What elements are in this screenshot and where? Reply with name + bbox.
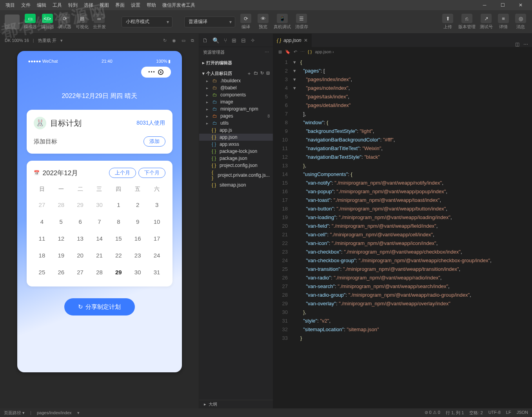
window-minimize[interactable]: ─ <box>476 0 494 10</box>
crumb-back-icon[interactable]: ⊞ <box>278 49 282 54</box>
new-file-icon[interactable]: ＋ <box>247 71 251 76</box>
window-maximize[interactable]: ☐ <box>494 0 512 10</box>
calendar-day[interactable]: 18 <box>34 248 51 263</box>
page-route-label[interactable]: 页面路径 ▾ <box>4 410 25 416</box>
debugger-toggle[interactable]: ⟳调试器 <box>58 14 71 30</box>
editor-body[interactable]: 1234567891011121314151617181920212223242… <box>273 56 532 408</box>
explorer-more-icon[interactable]: ⋯ <box>265 50 269 55</box>
version-button[interactable]: ⎌版本管理 <box>458 14 476 30</box>
record-icon[interactable]: ◉ <box>172 38 176 43</box>
phone-preview[interactable]: ●●●●● WeChat 21:40 100% ▮ ••• 2022年12月29… <box>17 51 182 372</box>
simulator-toggle[interactable]: ▭模拟器 <box>24 14 37 30</box>
upload-button[interactable]: ⬆上传 <box>441 14 454 30</box>
search-icon[interactable]: 🔍 <box>212 37 219 44</box>
window-close[interactable]: ✕ <box>512 0 530 10</box>
calendar-day[interactable]: 16 <box>129 231 146 246</box>
calendar-day[interactable]: 11 <box>34 231 51 246</box>
calendar-day[interactable]: 8 <box>110 214 127 229</box>
calendar-day[interactable]: 3 <box>149 198 165 212</box>
crumb-bookmark-icon[interactable]: 🔖 <box>285 49 291 54</box>
tree-miniprogram_npm[interactable]: ▸🗀miniprogram_npm <box>199 105 273 112</box>
calendar-day[interactable]: 13 <box>72 231 89 246</box>
tree-.hbuilderx[interactable]: ▸🗀.hbuilderx <box>199 77 273 84</box>
remote-debug-button[interactable]: 📱真机调试 <box>274 14 291 30</box>
detail-button[interactable]: ≡详情 <box>497 14 510 30</box>
refresh-icon[interactable]: ↻ <box>163 38 167 43</box>
calendar-day[interactable]: 30 <box>129 265 146 279</box>
calendar-day[interactable]: 29 <box>110 265 127 279</box>
calendar-day[interactable]: 1 <box>110 198 127 212</box>
tree-app.json[interactable]: { }app.json <box>199 134 273 141</box>
calendar-day[interactable]: 21 <box>91 248 108 263</box>
calendar-day[interactable]: 17 <box>149 231 165 246</box>
db-icon[interactable]: ⊟ <box>241 37 246 44</box>
ext-icon[interactable]: ⊞ <box>232 37 236 44</box>
menu-微信开发者工具[interactable]: 微信开发者工具 <box>159 2 198 9</box>
cursor-pos[interactable]: 行 1, 列 1 <box>446 410 464 416</box>
calendar-day[interactable]: 22 <box>110 248 127 263</box>
compile-mode-select[interactable]: 普通编译 <box>184 16 235 27</box>
menu-帮助[interactable]: 帮助 <box>143 2 159 9</box>
editor-toggle[interactable]: </>编辑器 <box>41 14 54 30</box>
calendar-day[interactable]: 27 <box>34 198 51 212</box>
indent[interactable]: 空格: 2 <box>469 410 483 416</box>
calendar-day[interactable]: 19 <box>53 248 69 263</box>
tree-package.json[interactable]: { }package.json <box>199 155 273 162</box>
tree-sitemap.json[interactable]: { }sitemap.json <box>199 181 273 189</box>
preview-button[interactable]: 👁预览 <box>256 14 270 30</box>
problems[interactable]: ⊘ 0 ⚠ 0 <box>425 410 440 416</box>
language[interactable]: JSON <box>517 410 528 416</box>
tab-app-json[interactable]: { } app.json ✕ <box>273 34 312 47</box>
files-icon[interactable]: 🗋 <box>202 37 208 44</box>
share-button[interactable]: ↻分享制定计划 <box>64 298 135 315</box>
tree-package-lock.json[interactable]: { }package-lock.json <box>199 148 273 155</box>
menu-视图[interactable]: 视图 <box>96 2 112 9</box>
hot-reload-toggle[interactable]: 热重载 开 <box>38 38 56 44</box>
calendar-day[interactable]: 2 <box>129 198 146 212</box>
calendar-day[interactable]: 14 <box>91 231 108 246</box>
eol[interactable]: LF <box>506 410 511 416</box>
outline-section[interactable]: ▸ 大纲 <box>199 400 273 408</box>
capsule-button[interactable]: ••• <box>141 67 171 78</box>
tree-pages[interactable]: ▸🗀pages8 <box>199 112 273 120</box>
add-button[interactable]: 添加 <box>143 136 165 147</box>
compile-button[interactable]: ⟳编译 <box>239 14 252 30</box>
menu-选择[interactable]: 选择 <box>81 2 96 9</box>
calendar-day[interactable]: 15 <box>110 231 127 246</box>
tree-project.config.json[interactable]: { }project.config.json <box>199 162 273 169</box>
crumb-undo-icon[interactable]: ↶ <box>294 49 297 54</box>
calendar-day[interactable]: 6 <box>72 214 89 229</box>
calendar-day[interactable]: 7 <box>91 214 108 229</box>
calendar-day[interactable]: 5 <box>53 214 69 229</box>
cloud-dev[interactable]: ∞云开发 <box>93 14 106 30</box>
prev-month-button[interactable]: 上个月 <box>109 168 136 178</box>
menu-文件[interactable]: 文件 <box>18 2 34 9</box>
calendar-day[interactable]: 26 <box>53 265 69 279</box>
refresh-tree-icon[interactable]: ↻ <box>260 71 264 76</box>
tree-app.wxss[interactable]: { }app.wxss <box>199 141 273 148</box>
popout-icon[interactable]: ⧉ <box>191 38 194 43</box>
close-tab-icon[interactable]: ✕ <box>304 38 308 43</box>
encoding[interactable]: UTF-8 <box>488 410 501 416</box>
tree-components[interactable]: ▸🗀components <box>199 91 273 98</box>
visual-toggle[interactable]: ⊞可视化 <box>75 14 89 30</box>
calendar-day[interactable]: 10 <box>149 214 165 229</box>
collapse-icon[interactable]: ⊟ <box>266 71 270 76</box>
next-month-button[interactable]: 下个月 <box>138 168 165 178</box>
device-icon[interactable]: ▭ <box>182 38 185 43</box>
git-icon[interactable]: ⑂ <box>224 37 227 44</box>
new-folder-icon[interactable]: 🗀 <box>254 71 258 76</box>
calendar-day[interactable]: 4 <box>34 214 51 229</box>
menu-界面[interactable]: 界面 <box>112 2 128 9</box>
project-section[interactable]: ▾ 个人目标日历 ＋ 🗀 ↻ ⊟ <box>199 70 273 77</box>
tree-app.js[interactable]: { }app.js <box>199 127 273 134</box>
calendar-day[interactable]: 12 <box>53 231 69 246</box>
calendar-day[interactable]: 9 <box>129 214 146 229</box>
clear-cache-button[interactable]: ☰清缓存 <box>295 14 308 30</box>
split-editor-icon[interactable]: ◫ <box>515 42 519 47</box>
breadcrumb[interactable]: app.json › <box>315 49 334 54</box>
calendar-day[interactable]: 30 <box>91 198 108 212</box>
page-route[interactable]: pages/index/index <box>37 410 72 415</box>
menu-设置[interactable]: 设置 <box>128 2 143 9</box>
calendar-day[interactable]: 31 <box>149 265 165 279</box>
